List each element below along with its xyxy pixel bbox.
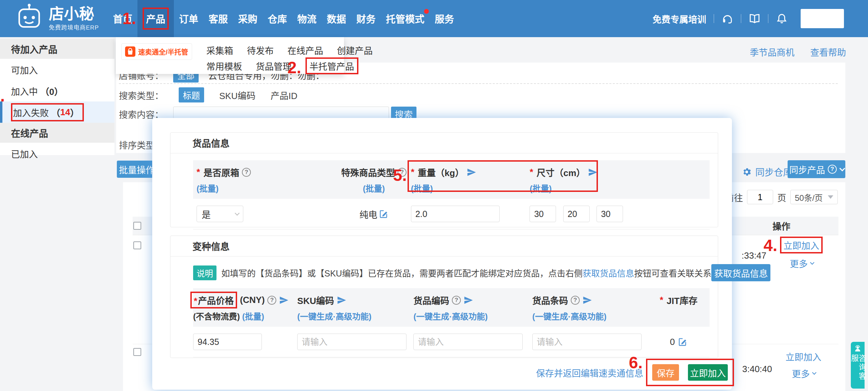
batch-operation-button[interactable]: 批量操作 [117,161,157,178]
page-size-select[interactable]: 50条/页 [790,190,838,204]
goods-info-header-row: *是否原箱? (批量) 特殊商品类型? (批量) *重量（kg） (批量) [193,160,710,199]
batch-link[interactable]: (批量) [344,182,404,194]
generate-link[interactable]: (一键生成·高级功能) [413,310,525,322]
sku-code-input[interactable] [297,334,407,350]
sync-product-button[interactable]: 同步产品 ? [788,160,845,178]
sidebar-item-addable[interactable]: 可加入 [0,59,114,80]
variant-info-section: 变种信息 说明 如填写的【货品条码】或【SKU编码】已存在货品，需要两者匹配才能… [170,236,718,358]
goods-code-input[interactable] [413,334,523,350]
row2-more-link[interactable]: 更多 [792,367,815,380]
chevron-down-icon [812,370,816,375]
variant-info-title: 变种信息 [170,236,718,257]
row2-join-now-link[interactable]: 立即加入 [786,352,821,362]
nav-item-product[interactable]: 产品 1. [137,0,174,37]
customer-service-tab[interactable]: 咨询客服 [851,342,865,389]
sync-warehouse-link[interactable]: 同步仓库 [742,165,792,178]
seasonal-opportunity-link[interactable]: 季节品商机 [750,45,794,58]
menu-item-semi-hosted[interactable]: 半托管产品 2. [305,57,358,74]
fetch-goods-info-button[interactable]: 获取货品信息 [711,264,770,281]
nav-item-home[interactable]: 首页 [108,0,137,37]
send-plane-icon[interactable] [582,295,592,305]
save-button[interactable]: 保存 [652,364,679,381]
search-type-sku[interactable]: SKU编码 [219,89,255,101]
goods-info-table: *是否原箱? (批量) 特殊商品类型? (批量) *重量（kg） (批量) [193,160,710,229]
search-type-title-chip[interactable]: 标题 [179,87,204,102]
divider [714,14,714,23]
bell-icon[interactable] [776,13,788,24]
menu-item-online-products[interactable]: 在线产品 [288,44,323,56]
jit-stock-label: JIT库存 [667,294,698,306]
nav-item-purchase[interactable]: 采购 [233,0,263,37]
nav-item-service[interactable]: 客服 [203,0,233,37]
goods-barcode-input[interactable] [532,334,642,350]
service-tab-label: 咨询客服 [850,354,865,389]
row1-more-link[interactable]: 更多 [790,257,813,270]
modal-footer: 保存并返回编辑速卖通信息 保存 立即加入 6. [536,359,734,386]
row1-join-now-link[interactable]: 立即加入 [783,241,819,251]
dropdown-items: 采集箱 待发布 在线产品 创建产品 常用模板 货品管理 半托管产品 2. [207,42,373,74]
nav-item-finance[interactable]: 财务 [351,0,381,37]
edit-icon[interactable] [678,337,687,347]
select-all-checkbox[interactable] [133,222,141,230]
note-inline-link[interactable]: 获取货品信息 [582,269,634,278]
send-plane-icon[interactable] [588,167,598,177]
send-plane-icon[interactable] [464,295,473,305]
batch-link[interactable]: (批量) [411,182,523,194]
chevron-down-icon [810,260,814,265]
user-account-box[interactable] [801,9,844,28]
edit-icon[interactable] [379,209,388,219]
nav-item-services[interactable]: 服务 [430,0,459,37]
batch-link[interactable]: (批量) [197,182,337,194]
help-icon[interactable]: ? [452,296,461,305]
nav-item-logistics[interactable]: 物流 [292,0,322,37]
jit-stock-value: 0 [651,337,706,347]
menu-item-create-product[interactable]: 创建产品 [337,44,373,56]
nav-item-data[interactable]: 数据 [322,0,351,37]
row2-checkbox[interactable] [133,348,141,356]
variant-table: *产品价格 (CNY) ? (不含物流费) (批量) SKU编码 (一键生成·高… [193,288,710,357]
join-now-button[interactable]: 立即加入 [688,364,728,381]
generate-link[interactable]: (一键生成·高级功能) [297,310,407,322]
search-type-product-id[interactable]: 产品ID [271,89,298,101]
free-training-link[interactable]: 免费专属培训 [653,12,706,25]
sidebar-item-adding[interactable]: 加入中 （0） [0,80,114,101]
price-input[interactable] [193,334,262,350]
menu-item-to-publish[interactable]: 待发布 [247,44,274,56]
nav-item-warehouse[interactable]: 仓库 [263,0,292,37]
main-menu: 首页 产品 1. 订单 客服 采购 仓库 物流 数据 财务 托管模式 服务 [108,0,459,37]
length-input[interactable] [530,206,556,222]
help-icon[interactable]: ? [267,296,276,305]
save-and-return-link[interactable]: 保存并返回编辑速卖通信息 [536,366,643,379]
original-box-select[interactable]: 是 [197,206,243,222]
page-number-input[interactable] [747,190,773,204]
send-plane-icon[interactable] [279,295,289,305]
nav-item-hosting-mode[interactable]: 托管模式 [381,0,430,37]
sidebar-item-added[interactable]: 已加入 [0,143,114,164]
height-input[interactable] [597,206,623,222]
search-type-row: 搜索类型： 标题 SKU编码 产品ID [119,87,298,102]
menu-item-goods-mgmt[interactable]: 货品管理 [256,59,292,72]
sidebar-item-failed[interactable]: 加入失败 （14） 3. [0,101,114,123]
send-plane-icon[interactable] [337,295,346,305]
batch-link[interactable]: (批量) [242,312,264,321]
weight-input[interactable] [411,206,500,222]
app-logo[interactable]: 店小秘 免费跨境电商ERP [15,3,99,34]
row1-checkbox[interactable] [133,241,141,249]
help-icon[interactable]: ? [242,168,251,177]
headset-icon[interactable] [722,13,733,24]
menu-item-templates[interactable]: 常用模板 [207,59,242,72]
send-plane-icon[interactable] [467,167,476,177]
caret-down-icon [235,211,240,216]
help-icon[interactable]: ? [571,296,580,305]
menu-item-collection-box[interactable]: 采集箱 [207,44,233,56]
generate-link[interactable]: (一键生成·高级功能) [532,310,644,322]
view-help-link[interactable]: 查看帮助 [810,45,846,58]
chevron-down-icon [839,165,845,171]
manual-book-icon[interactable] [749,13,760,24]
batch-link[interactable]: (批量) [530,182,706,194]
nav-item-orders[interactable]: 订单 [174,0,203,37]
robot-logo-icon [15,3,43,34]
dashed-divider [119,83,838,84]
help-icon[interactable]: ? [398,168,407,177]
width-input[interactable] [563,206,590,222]
